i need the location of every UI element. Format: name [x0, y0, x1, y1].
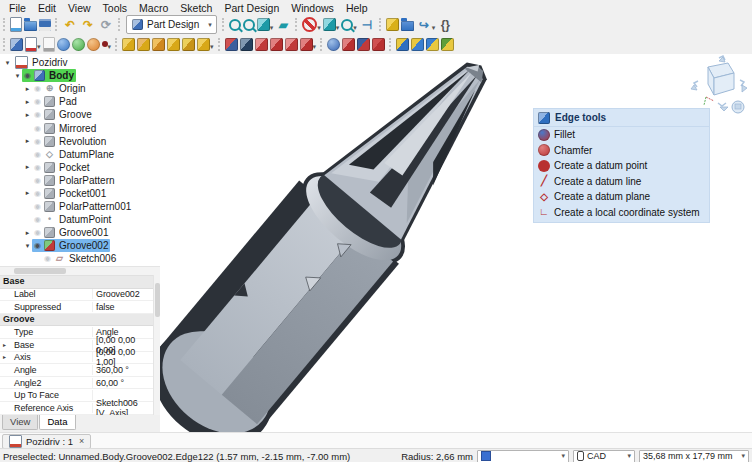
tree-item-datumplane[interactable]: ◉◇DatumPlane — [0, 148, 160, 161]
additive-primitive-icon[interactable] — [197, 38, 210, 51]
tree-item-polarpattern[interactable]: ◉PolarPattern — [0, 174, 160, 187]
dropdown-arrow-icon[interactable]: ▾ — [317, 24, 321, 32]
tree-item-pocket001[interactable]: ▸◉Pocket001 — [0, 187, 160, 200]
expander-icon[interactable]: ▸ — [23, 137, 32, 145]
property-value[interactable]: Groove002 — [93, 289, 153, 299]
property-value[interactable]: 60,00 ° — [93, 378, 153, 388]
property-editor[interactable]: BaseLabelGroove002SuppressedfalseGrooveT… — [0, 275, 153, 416]
subtractive-primitive-icon[interactable] — [300, 38, 313, 51]
menu-edit[interactable]: Edit — [32, 1, 62, 15]
tree-item-body[interactable]: ▾◉Body — [0, 69, 160, 82]
chamfer-icon[interactable] — [342, 38, 355, 51]
subtractive-loft-icon[interactable] — [270, 38, 283, 51]
tree-item-groove001[interactable]: ▸◉Groove001 — [0, 226, 160, 239]
subtractive-pipe-icon[interactable] — [285, 38, 298, 51]
edge-tool-create-datum-plane[interactable]: ◇Create a datum plane — [533, 189, 710, 205]
revolution-icon[interactable] — [137, 38, 150, 51]
tab-data[interactable]: Data — [39, 415, 75, 430]
tree-item-revolution[interactable]: ▸◉Revolution — [0, 135, 160, 148]
tree-item-pozidriv[interactable]: ▾Pozidriv — [0, 56, 160, 69]
dropdown-arrow-icon[interactable]: ▾ — [210, 43, 214, 51]
undo-icon[interactable]: ↶ — [62, 17, 78, 33]
expander-icon[interactable]: ▸ — [23, 111, 32, 119]
property-value[interactable]: Sketch006 [V_Axis] — [93, 398, 153, 416]
menu-macro[interactable]: Macro — [133, 1, 174, 15]
additive-pipe-icon[interactable] — [167, 38, 180, 51]
expander-icon[interactable]: ▸ — [23, 98, 32, 106]
tree-item-sketch006[interactable]: ◉▱Sketch006 — [0, 252, 160, 265]
shapebinder-icon[interactable] — [72, 38, 85, 51]
3d-viewport[interactable]: Edge tools FilletChamferCreate a datum p… — [160, 54, 752, 432]
additive-loft-icon[interactable] — [152, 38, 165, 51]
multitransform-icon[interactable] — [441, 38, 454, 51]
edge-tool-create-datum-point[interactable]: Create a datum point — [533, 158, 710, 174]
fit-all-icon[interactable] — [229, 19, 241, 31]
expander-icon[interactable]: ▾ — [13, 72, 22, 80]
clipping-plane-icon[interactable] — [302, 17, 317, 32]
tree-item-pad[interactable]: ▸◉Pad — [0, 95, 160, 108]
property-row-axis[interactable]: ▸Axis[0,00 0,00 1,00] — [0, 352, 153, 365]
groove-icon[interactable] — [255, 38, 268, 51]
additive-helix-icon[interactable] — [182, 38, 195, 51]
expander-icon[interactable]: ▾ — [3, 59, 12, 67]
measure-icon[interactable]: ⊣ — [359, 17, 375, 33]
hole-icon[interactable] — [240, 38, 253, 51]
dropdown-arrow-icon[interactable]: ▾ — [37, 43, 41, 51]
group-icon[interactable] — [401, 21, 414, 31]
expander-icon[interactable]: ▸ — [3, 353, 6, 360]
axonometric-view-icon[interactable] — [323, 18, 336, 31]
pad-icon[interactable] — [122, 38, 135, 51]
draw-style-icon[interactable] — [257, 18, 270, 31]
property-row-label[interactable]: LabelGroove002 — [0, 289, 153, 302]
menu-sketch[interactable]: Sketch — [174, 1, 218, 15]
mirrored-icon[interactable] — [396, 38, 409, 51]
dropdown-arrow-icon[interactable]: ▾ — [336, 24, 340, 32]
datum-tools-icon[interactable] — [102, 41, 108, 47]
dropdown-arrow-icon[interactable]: ▾ — [108, 43, 112, 51]
view-plane-icon[interactable]: ▰ — [275, 17, 291, 33]
tree-horizontal-scrollbar[interactable] — [0, 266, 160, 275]
property-row-reference-axis[interactable]: Reference AxisSketch006 [V_Axis] — [0, 402, 153, 415]
map-sketch-icon[interactable] — [57, 38, 70, 51]
expander-icon[interactable]: ▾ — [23, 242, 32, 250]
tree-item-polarpattern001[interactable]: ◉PolarPattern001 — [0, 200, 160, 213]
menu-part-design[interactable]: Part Design — [218, 1, 285, 15]
menu-view[interactable]: View — [62, 1, 97, 15]
macro-icon[interactable]: {} — [437, 17, 453, 33]
document-tab[interactable]: Pozidriv : 1 × — [2, 434, 91, 449]
refresh-icon[interactable]: ⟳ — [98, 17, 114, 33]
draft-icon[interactable] — [357, 38, 370, 51]
tree-item-mirrored[interactable]: ◉Mirrored — [0, 121, 160, 134]
expander-icon[interactable]: ▸ — [23, 189, 32, 197]
menu-file[interactable]: File — [3, 1, 32, 15]
property-row-suppressed[interactable]: Suppressedfalse — [0, 301, 153, 314]
edge-tool-chamfer[interactable]: Chamfer — [533, 143, 710, 159]
zoom-selection-icon[interactable] — [243, 19, 255, 31]
expander-icon[interactable]: ▸ — [3, 341, 6, 348]
zoom-tools-icon[interactable] — [341, 19, 353, 31]
dropdown-arrow-icon[interactable]: ▾ — [432, 24, 436, 32]
property-value[interactable]: 360,00 ° — [93, 365, 153, 375]
polar-pattern-icon[interactable] — [426, 38, 439, 51]
redo-icon[interactable]: ↷ — [80, 17, 96, 33]
tree-item-origin[interactable]: ▸◉⊕Origin — [0, 82, 160, 95]
part-icon[interactable] — [386, 18, 399, 31]
dropdown-arrow-icon[interactable]: ▾ — [270, 24, 274, 32]
tree-item-groove[interactable]: ▸◉Groove — [0, 108, 160, 121]
navigation-style-select[interactable]: CAD ▾ — [573, 450, 635, 462]
line-color-select[interactable]: ▾ — [477, 450, 569, 462]
create-body-icon[interactable] — [10, 38, 23, 51]
menu-windows[interactable]: Windows — [285, 1, 340, 15]
scrollbar-thumb[interactable] — [14, 268, 66, 274]
tree-item-groove002[interactable]: ▾◉Groove002 — [0, 239, 160, 252]
menu-tools[interactable]: Tools — [97, 1, 134, 15]
viewport-dimensions-select[interactable]: 35,68 mm x 17,79 mm ▾ — [639, 450, 749, 462]
tab-view[interactable]: View — [2, 415, 38, 430]
workbench-selector[interactable]: Part Design▾ — [126, 15, 217, 34]
tree-item-pocket[interactable]: ▸◉Pocket — [0, 161, 160, 174]
create-sketch-icon[interactable] — [25, 37, 37, 52]
property-value[interactable]: false — [93, 302, 153, 312]
expander-icon[interactable]: ▸ — [23, 85, 32, 93]
expander-icon[interactable]: ▸ — [23, 163, 32, 171]
menu-help[interactable]: Help — [340, 1, 374, 15]
